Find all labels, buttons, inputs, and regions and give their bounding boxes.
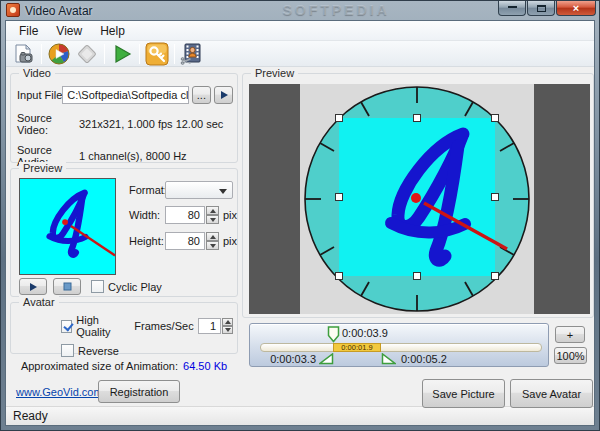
animation-size-value: 64.50 Kb <box>183 360 227 372</box>
height-unit: pix <box>223 235 237 247</box>
minimize-button[interactable] <box>498 1 526 16</box>
toolbar-separator <box>174 44 175 64</box>
reverse-checkbox[interactable] <box>61 344 74 357</box>
clock-center-dot <box>411 193 421 203</box>
timeline-end-marker[interactable] <box>381 353 396 365</box>
window-title: Video Avatar <box>25 4 93 18</box>
width-up[interactable] <box>206 206 219 215</box>
menu-file[interactable]: File <box>10 22 47 40</box>
zoom-level-button[interactable]: 100% <box>554 347 587 364</box>
selection-handle-e[interactable] <box>492 194 499 201</box>
width-down[interactable] <box>206 215 219 224</box>
frames-per-sec-label: Frames/Sec <box>134 320 193 332</box>
frames-per-sec-field[interactable]: 1 <box>198 318 221 334</box>
stop-button[interactable] <box>73 42 101 66</box>
menu-help[interactable]: Help <box>91 22 134 40</box>
preview-group-right: Preview <box>242 73 594 318</box>
status-text: Ready <box>13 409 48 423</box>
width-stepper[interactable] <box>206 206 219 224</box>
timeline-position-label: 0:00:03.9 <box>342 327 388 339</box>
pillarbox-left <box>249 84 300 314</box>
video-group: Video Input File C:\Softpedia\Softpedia … <box>10 73 238 163</box>
arrow-up-icon <box>210 235 216 239</box>
width-label: Width: <box>129 209 165 221</box>
selection-handle-nw[interactable] <box>336 115 343 122</box>
height-field[interactable]: 80 <box>165 232 205 250</box>
minimize-icon <box>508 5 517 8</box>
save-picture-button[interactable]: Save Picture <box>422 379 505 408</box>
chevron-down-icon <box>219 189 227 194</box>
browse-button[interactable]: ... <box>192 86 212 104</box>
pillarbox-right <box>534 84 590 314</box>
video-preview-canvas[interactable] <box>249 84 590 314</box>
arrow-up-icon <box>225 320 231 324</box>
registration-key-button[interactable] <box>143 42 171 66</box>
timeline-track[interactable] <box>260 343 542 352</box>
arrow-down-icon <box>210 218 216 222</box>
preview-group-title-right: Preview <box>251 67 298 79</box>
geovid-link[interactable]: www.GeoVid.com <box>16 386 103 398</box>
selection-handle-sw[interactable] <box>336 273 343 280</box>
softpedia-watermark: SOFTPEDIA <box>236 2 436 18</box>
frames-stepper[interactable] <box>222 318 233 334</box>
format-label: Format: <box>129 184 165 196</box>
preview-play-button[interactable] <box>19 278 47 295</box>
frames-down[interactable] <box>222 326 233 334</box>
key-icon <box>145 42 169 66</box>
open-play-button[interactable] <box>214 86 233 104</box>
stop-icon <box>63 282 72 291</box>
cyclic-play-checkbox[interactable] <box>91 280 104 293</box>
avatar-group-title: Avatar <box>19 296 59 308</box>
toolbar-separator <box>41 44 42 64</box>
save-avatar-button[interactable]: Save Avatar <box>510 379 593 408</box>
input-file-field[interactable]: C:\Softpedia\Softpedia clock.avi <box>62 86 188 104</box>
reverse-label: Reverse <box>78 345 119 357</box>
selection-handle-ne[interactable] <box>492 115 499 122</box>
height-up[interactable] <box>206 232 219 241</box>
status-bar: Ready <box>6 406 594 425</box>
timeline-start-marker[interactable] <box>319 353 334 365</box>
selection-handle-n[interactable] <box>414 115 421 122</box>
high-quality-checkbox[interactable] <box>61 320 72 333</box>
cyclic-play-label: Cyclic Play <box>108 281 162 293</box>
source-video-value: 321x321, 1.000 fps 12.00 sec <box>79 118 223 130</box>
height-stepper[interactable] <box>206 232 219 250</box>
toolbar <box>6 41 594 67</box>
zoom-in-button[interactable]: + <box>555 326 585 343</box>
client-area: Video Input File C:\Softpedia\Softpedia … <box>6 67 594 406</box>
timeline-start-label: 0:00:03.3 <box>255 353 316 365</box>
preview-group-title: Preview <box>19 162 66 174</box>
maximize-icon <box>537 5 546 12</box>
source-video-label: Source Video: <box>17 112 79 136</box>
clock-center-thumb <box>62 219 68 225</box>
height-down[interactable] <box>206 241 219 250</box>
open-video-button[interactable] <box>10 42 38 66</box>
avatar-group: Avatar High Quality Frames/Sec 1 Reverse <box>10 302 238 354</box>
play-source-button[interactable] <box>45 42 73 66</box>
preview-stop-button[interactable] <box>53 278 81 295</box>
title-bar: Video Avatar SOFTPEDIA × <box>1 1 599 20</box>
timeline-selection-segment[interactable]: 0:00:01.9 <box>333 343 381 352</box>
width-field[interactable]: 80 <box>165 206 205 224</box>
maximize-button[interactable] <box>527 1 555 16</box>
stop-diamond-icon <box>75 42 99 66</box>
arrow-down-icon <box>225 328 231 332</box>
source-audio-value: 1 channel(s), 8000 Hz <box>79 150 187 162</box>
format-dropdown[interactable] <box>165 181 233 199</box>
selection-handle-se[interactable] <box>492 273 499 280</box>
animation-size-label: Approximated size of Animation: <box>21 360 178 372</box>
frames-up[interactable] <box>222 318 233 326</box>
open-video-icon <box>13 43 35 65</box>
selection-handle-w[interactable] <box>336 194 343 201</box>
close-button[interactable]: × <box>556 1 596 16</box>
menu-view[interactable]: View <box>47 22 91 40</box>
height-label: Height: <box>129 235 165 247</box>
selection-handle-s[interactable] <box>414 273 421 280</box>
arrow-up-icon <box>210 209 216 213</box>
video-group-title: Video <box>19 67 55 79</box>
timeline-position-marker[interactable] <box>327 326 340 343</box>
registration-button[interactable]: Registration <box>98 380 180 403</box>
make-avatar-button[interactable] <box>178 42 206 66</box>
preview-play-button-toolbar[interactable] <box>108 42 136 66</box>
preview-group-left: Preview Format: <box>10 168 238 297</box>
